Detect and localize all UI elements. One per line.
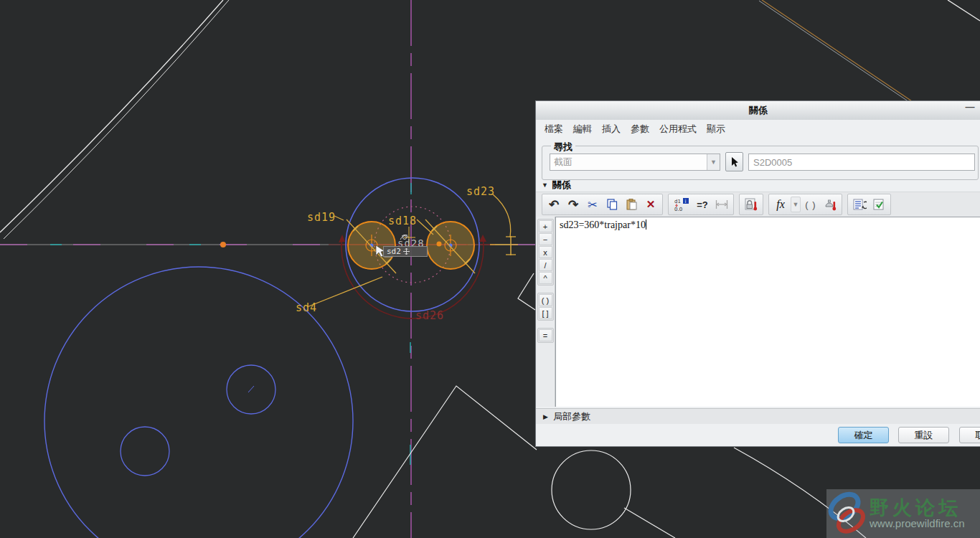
units-tool-group <box>739 194 763 215</box>
screen: { "dialog": { "title": "關係", "minimize_g… <box>0 0 980 538</box>
copy-button[interactable] <box>603 195 621 214</box>
look-in-value: 截面 <box>550 156 707 169</box>
verify-icon: =? <box>697 199 708 210</box>
menu-item-parameters[interactable]: 參數 <box>629 121 651 137</box>
edge-line-brown[interactable] <box>762 0 912 101</box>
check-relations-button[interactable] <box>870 195 888 214</box>
edge-line-grey[interactable] <box>759 1 909 102</box>
watermark-site-url: www.proewildfire.cn <box>870 518 965 529</box>
dimension-label-sd4[interactable]: sd4 <box>296 301 317 314</box>
dialog-button-row: 確定 重設 取消 <box>536 424 980 446</box>
evaluate-button[interactable] <box>712 195 731 214</box>
menu-item-file[interactable]: 檔案 <box>543 121 565 137</box>
function-tool-group: fx ▼ ( ) <box>768 194 842 215</box>
undo-button[interactable]: ↶ <box>545 195 563 214</box>
parentheses-operator-button[interactable]: ( ) <box>539 294 552 306</box>
cancel-button[interactable]: 取消 <box>959 427 980 443</box>
target-name-field[interactable]: S2D0005 <box>748 154 975 171</box>
units-manager-button[interactable] <box>742 195 760 214</box>
move-cursor-icon <box>403 248 410 255</box>
dimension-label-sd18[interactable]: sd18 <box>388 214 417 227</box>
plus-operator-button[interactable]: + <box>539 220 552 232</box>
menu-item-show[interactable]: 顯示 <box>705 121 727 137</box>
ok-button[interactable]: 確定 <box>838 427 889 443</box>
dimension-label-sd19[interactable]: sd19 <box>307 211 336 224</box>
brackets-operator-button[interactable]: [ ] <box>539 307 552 319</box>
expand-triangle-icon[interactable]: ▶ <box>543 413 548 420</box>
relations-text-editor[interactable]: sd23=360*trajpar*10 <box>555 217 980 407</box>
menu-item-utilities[interactable]: 公用程式 <box>658 121 698 137</box>
find-group-label: 尋找 <box>551 141 575 154</box>
switch-dimensions-button[interactable]: d1 0.0 i <box>671 195 692 214</box>
checklist-icon <box>873 199 885 210</box>
delete-x-icon: ✕ <box>646 198 656 211</box>
function-dropdown-button[interactable]: ▼ <box>791 197 801 212</box>
arithmetic-operator-group: + − x / ^ <box>537 219 554 285</box>
redo-button[interactable]: ↷ <box>564 195 583 214</box>
bracket-operator-group: ( ) [ ] <box>537 293 554 321</box>
spline-curve-twin[interactable] <box>4 0 229 239</box>
minimize-button[interactable]: — <box>963 101 976 112</box>
wildfire-logo-icon <box>826 491 868 537</box>
multiply-operator-button[interactable]: x <box>539 246 552 258</box>
ordered-list-icon <box>853 199 867 210</box>
divide-operator-button[interactable]: / <box>539 259 552 271</box>
relations-section-header[interactable]: ▼ 關係 <box>542 179 571 191</box>
find-group: 尋找 截面 ▼ S2D0005 <box>542 146 979 180</box>
text-caret <box>646 220 646 230</box>
undo-icon: ↶ <box>549 197 559 212</box>
watermark-site-name: 野火论坛 <box>870 498 965 518</box>
snap-point[interactable] <box>437 242 442 247</box>
parentheses-icon: ( ) <box>805 199 816 210</box>
verify-relations-button[interactable]: =? <box>693 195 712 214</box>
insert-function-button[interactable]: fx <box>771 195 790 214</box>
svg-text:0.0: 0.0 <box>674 207 682 212</box>
collapse-triangle-icon[interactable]: ▼ <box>542 181 548 189</box>
reset-button[interactable]: 重設 <box>898 427 949 443</box>
extent-arrow-icon <box>715 199 728 209</box>
local-parameters-header[interactable]: ▶ 局部參數 <box>536 408 980 425</box>
menu-item-edit[interactable]: 編輯 <box>572 121 593 137</box>
bell-thermometer-icon <box>824 198 837 211</box>
insert-parentheses-button[interactable]: ( ) <box>801 195 820 214</box>
select-item-button[interactable] <box>725 152 743 171</box>
chevron-down-icon[interactable]: ▼ <box>707 154 720 170</box>
sort-relations-button[interactable] <box>850 195 869 214</box>
dimension-label-sd26[interactable]: sd26 <box>415 309 444 322</box>
edge-line-white[interactable] <box>948 0 980 21</box>
editor-area: + − x / ^ ( ) [ ] = sd23=360*trajpar*10 <box>536 217 980 407</box>
reference-point[interactable] <box>220 242 226 247</box>
local-parameters-label: 局部參數 <box>553 410 590 423</box>
switch-dimensions-icon: d1 0.0 i <box>674 197 689 212</box>
power-operator-button[interactable]: ^ <box>539 272 552 284</box>
scissors-icon: ✂ <box>588 198 597 212</box>
equals-operator-button[interactable]: = <box>539 329 552 341</box>
copy-icon <box>606 199 618 210</box>
relations-dialog: 關係 — 檔案 編輯 插入 參數 公用程式 顯示 尋找 截面 ▼ S2D0005… <box>535 100 980 447</box>
dialog-menubar: 檔案 編輯 插入 參數 公用程式 顯示 <box>536 120 980 138</box>
drag-tooltip: sd2 <box>383 246 428 257</box>
fx-icon: fx <box>776 198 785 211</box>
minus-operator-button[interactable]: − <box>539 233 552 245</box>
spline-curve[interactable] <box>0 0 223 232</box>
dialog-title: 關係 <box>749 104 768 117</box>
edit-tool-group: ↶ ↷ ✂ ✕ <box>542 194 663 215</box>
dialog-titlebar[interactable]: 關係 — <box>536 101 980 121</box>
menu-item-insert[interactable]: 插入 <box>600 121 622 137</box>
drag-tooltip-text: sd2 <box>387 247 401 256</box>
relation-expression: sd23=360*trajpar*10 <box>560 220 646 230</box>
dimension-label-sd23[interactable]: sd23 <box>466 185 495 198</box>
look-in-dropdown[interactable]: 截面 ▼ <box>550 154 720 171</box>
operator-column: + − x / ^ ( ) [ ] = <box>536 217 555 407</box>
cut-button[interactable]: ✂ <box>583 195 602 214</box>
paste-button[interactable] <box>622 195 641 214</box>
equals-operator-group: = <box>537 328 554 343</box>
svg-text:i: i <box>685 199 687 204</box>
insert-parameter-button[interactable] <box>821 195 839 214</box>
vertical-centerline[interactable] <box>410 0 411 538</box>
lock-thermometer-icon <box>745 198 758 211</box>
watermark: 野火论坛 www.proewildfire.cn <box>826 489 980 538</box>
dimension-tool-group: d1 0.0 i =? <box>668 194 734 215</box>
svg-text:d1: d1 <box>674 199 681 204</box>
delete-button[interactable]: ✕ <box>641 195 660 214</box>
